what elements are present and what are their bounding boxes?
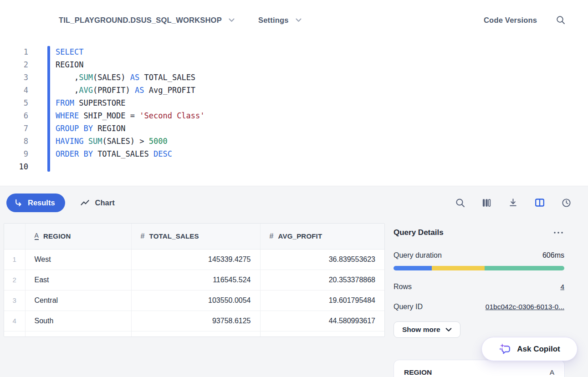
column-name: AVG_PROFIT <box>278 232 322 240</box>
settings-label: Settings <box>258 16 289 25</box>
line-number: 7 <box>0 122 28 135</box>
ask-copilot-button[interactable]: Ask Copilot <box>481 337 578 361</box>
cell[interactable]: South <box>25 311 131 331</box>
rows-label: Rows <box>394 283 412 291</box>
column-name: REGION <box>43 232 71 240</box>
duration-segment <box>485 266 564 270</box>
cell[interactable]: Central <box>25 290 131 311</box>
code-line[interactable]: SELECT <box>56 46 205 58</box>
row-number[interactable]: 2 <box>4 270 25 290</box>
cell[interactable]: 145339.4275 <box>131 249 260 270</box>
row-number[interactable]: 3 <box>4 290 25 311</box>
table-body: 1West145339.427536.8395536232East116545.… <box>4 249 384 337</box>
duration-segment <box>432 266 485 270</box>
download-button[interactable] <box>508 198 518 208</box>
show-more-label: Show more <box>402 326 440 334</box>
code-line[interactable]: ,SUM(SALES) AS TOTAL_SALES <box>56 71 205 84</box>
row-number-header <box>4 224 25 249</box>
results-toolbar: Results Chart <box>0 186 588 219</box>
top-bar: TIL_PLAYGROUND.DSUS_SQL_WORKSHOP Setting… <box>0 0 588 40</box>
selection-indicator-bar <box>47 46 50 172</box>
query-id-link[interactable]: 01bc042c-0306-6013-0... <box>486 303 564 311</box>
tab-results[interactable]: Results <box>6 194 65 212</box>
cell[interactable]: East <box>25 270 131 290</box>
query-duration-value: 606ms <box>542 251 564 260</box>
code-versions-button[interactable]: Code Versions <box>484 0 537 40</box>
table-row: 2East116545.52420.353378868 <box>4 270 384 290</box>
results-table: AREGION#TOTAL_SALES#AVG_PROFIT 1West1453… <box>4 224 384 337</box>
duration-bar <box>394 266 564 270</box>
line-number: 1 <box>0 46 28 58</box>
columns-button[interactable] <box>481 198 492 208</box>
search-results-button[interactable] <box>455 198 465 208</box>
line-number: 5 <box>0 97 28 109</box>
code-line[interactable]: FROM SUPERSTORE <box>56 97 205 109</box>
column-name: TOTAL_SALES <box>149 232 199 240</box>
search-icon <box>556 15 566 25</box>
copilot-sparkle-chat-icon <box>499 343 511 356</box>
columns-icon <box>481 198 492 208</box>
column-header[interactable]: #TOTAL_SALES <box>131 224 260 249</box>
row-number[interactable]: 4 <box>4 311 25 331</box>
clock-icon <box>561 198 572 208</box>
cell[interactable]: 19.601795484 <box>260 290 384 311</box>
code-line[interactable]: WHERE SHIP_MODE = 'Second Class' <box>56 109 205 122</box>
cell[interactable]: 36.839553623 <box>260 249 384 270</box>
code-line[interactable]: REGION <box>56 58 205 71</box>
column-card-type-icon: A <box>550 368 554 377</box>
code-line[interactable]: ORDER BY TOTAL_SALES DESC <box>56 148 205 160</box>
cell[interactable]: 44.580993617 <box>260 311 384 331</box>
editor-gutter: 12345678910 <box>0 46 28 173</box>
column-header[interactable]: AREGION <box>25 224 131 249</box>
cell[interactable]: West <box>25 249 131 270</box>
line-number: 9 <box>0 148 28 160</box>
query-history-button[interactable] <box>561 198 572 208</box>
results-actions <box>455 197 588 208</box>
worksheet-name-dropdown[interactable]: TIL_PLAYGROUND.DSUS_SQL_WORKSHOP <box>59 0 235 40</box>
search-button[interactable] <box>556 0 566 40</box>
editor-code[interactable]: SELECTREGION ,SUM(SALES) AS TOTAL_SALES … <box>56 46 205 173</box>
settings-dropdown[interactable]: Settings <box>258 0 302 40</box>
text-type-icon: A <box>35 232 39 240</box>
line-number: 10 <box>0 160 28 173</box>
cell[interactable]: 93758.6125 <box>131 311 260 331</box>
query-details-panel: Query Details Query duration 606ms Rows … <box>394 228 564 338</box>
line-number: 3 <box>0 71 28 84</box>
worksheet-name: TIL_PLAYGROUND.DSUS_SQL_WORKSHOP <box>59 16 222 25</box>
table-row: 1West145339.427536.839553623 <box>4 249 384 270</box>
row-number[interactable]: 1 <box>4 249 25 270</box>
ask-copilot-label: Ask Copilot <box>517 345 560 354</box>
sql-editor[interactable]: 12345678910 SELECTREGION ,SUM(SALES) AS … <box>0 40 588 186</box>
number-type-icon: # <box>270 233 274 240</box>
number-type-icon: # <box>141 233 145 240</box>
return-arrow-icon <box>14 199 23 207</box>
cell[interactable]: 116545.524 <box>131 270 260 290</box>
column-details-card[interactable]: REGION A <box>394 360 565 377</box>
code-line[interactable] <box>56 160 205 173</box>
rows-count-link[interactable]: 4 <box>560 283 564 291</box>
chevron-down-icon <box>445 328 452 332</box>
chevron-down-icon <box>229 18 235 22</box>
results-panel: AREGION#TOTAL_SALES#AVG_PROFIT 1West1453… <box>0 219 588 377</box>
tab-results-label: Results <box>28 199 55 207</box>
split-panel-button[interactable] <box>534 197 545 208</box>
code-line[interactable]: HAVING SUM(SALES) > 5000 <box>56 135 205 148</box>
chevron-down-icon <box>296 18 302 22</box>
column-card-name: REGION <box>404 368 432 377</box>
results-table-card: AREGION#TOTAL_SALES#AVG_PROFIT 1West1453… <box>4 223 385 337</box>
code-line[interactable]: ,AVG(PROFIT) AS Avg_PROFIT <box>56 84 205 97</box>
query-details-menu-button[interactable] <box>552 230 564 235</box>
query-duration-label: Query duration <box>394 251 442 260</box>
column-header[interactable]: #AVG_PROFIT <box>260 224 384 249</box>
code-versions-label: Code Versions <box>484 16 537 25</box>
line-number: 6 <box>0 109 28 122</box>
cell[interactable]: 20.353378868 <box>260 270 384 290</box>
search-icon <box>455 198 465 208</box>
table-row: 3Central103550.005419.601795484 <box>4 290 384 311</box>
code-line[interactable]: GROUP BY REGION <box>56 122 205 135</box>
query-details-title: Query Details <box>394 228 444 237</box>
table-row-empty <box>4 331 384 337</box>
tab-chart[interactable]: Chart <box>80 199 115 207</box>
show-more-button[interactable]: Show more <box>394 321 460 338</box>
cell[interactable]: 103550.0054 <box>131 290 260 311</box>
